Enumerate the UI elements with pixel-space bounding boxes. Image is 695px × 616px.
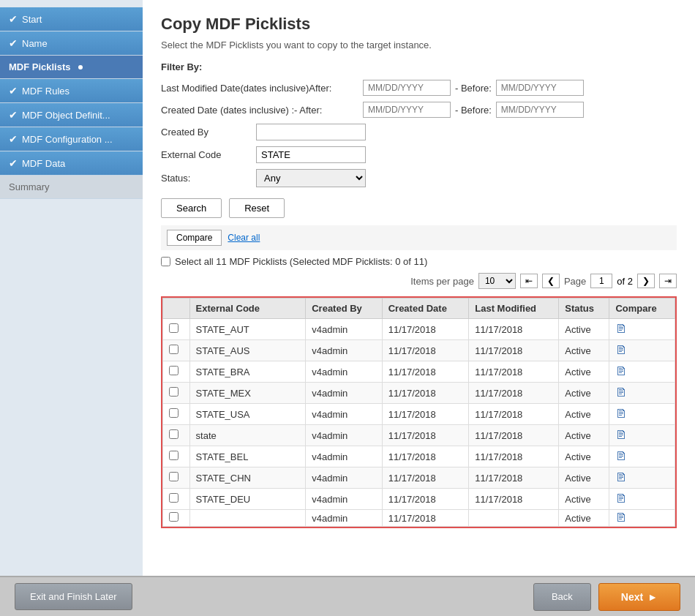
row-compare-cell: 🖹 (609, 489, 675, 510)
compare-copy-icon[interactable]: 🖹 (615, 492, 627, 505)
row-checkbox[interactable] (169, 387, 179, 397)
row-checkbox[interactable] (169, 366, 179, 375)
next-button[interactable]: Next ► (598, 583, 680, 611)
compare-copy-icon[interactable]: 🖹 (615, 471, 627, 484)
row-last-modified-partial (469, 510, 559, 527)
external-code-input[interactable] (256, 146, 366, 163)
main-container: ✔ Start ✔ Name MDF Picklists ✔ MDF Rules… (0, 0, 695, 616)
row-created-by: v4admin (306, 425, 382, 446)
compare-copy-icon[interactable]: 🖹 (615, 344, 627, 356)
compare-copy-icon[interactable]: 🖹 (615, 450, 627, 462)
compare-button[interactable]: Compare (167, 230, 222, 246)
select-all-checkbox[interactable] (161, 257, 170, 266)
sidebar-label-mdf-data: MDF Data (22, 158, 65, 169)
table-row-partial: v4admin 11/17/2018 Active 🖹 (163, 510, 675, 527)
sidebar-item-summary[interactable]: Summary (0, 176, 143, 199)
items-per-page-select[interactable]: 10 25 50 100 (478, 273, 516, 289)
back-button[interactable]: Back (533, 583, 591, 611)
col-last-modified[interactable]: Last Modified (469, 298, 559, 319)
sidebar-item-mdf-object-def[interactable]: ✔ MDF Object Definit... (0, 103, 143, 127)
table-row: STATE_AUS v4admin 11/17/2018 11/17/2018 … (163, 340, 675, 361)
last-modified-after-input[interactable] (363, 80, 451, 96)
row-compare-cell: 🖹 (609, 425, 675, 446)
sidebar-label-name: Name (22, 38, 48, 49)
row-checkbox-partial[interactable] (169, 512, 179, 522)
created-by-input[interactable] (256, 124, 366, 140)
sidebar-label-mdf-rules: MDF Rules (22, 86, 70, 97)
status-select[interactable]: Any Active Inactive (256, 169, 366, 187)
next-page-button[interactable]: ❯ (637, 274, 655, 288)
pagination-row: Items per page 10 25 50 100 ⇤ ❮ Page of … (161, 273, 677, 289)
row-status-partial: Active (559, 510, 609, 527)
col-status[interactable]: Status (559, 298, 609, 319)
row-checkbox[interactable] (169, 323, 179, 333)
bottom-bar: Exit and Finish Later Back Next ► (0, 576, 695, 616)
row-checkbox[interactable] (169, 472, 179, 481)
last-modified-before-input[interactable] (496, 80, 584, 96)
sidebar-item-mdf-rules[interactable]: ✔ MDF Rules (0, 79, 143, 103)
sidebar-item-mdf-picklists[interactable]: MDF Picklists (0, 56, 143, 79)
row-compare-cell: 🖹 (609, 319, 675, 340)
row-created-date: 11/17/2018 (382, 319, 469, 340)
filter-label: Filter By: (161, 61, 677, 72)
col-created-date[interactable]: Created Date (382, 298, 469, 319)
row-checkbox[interactable] (169, 429, 179, 439)
main-panel: Copy MDF Picklists Select the MDF Pickli… (143, 0, 695, 576)
compare-copy-icon-partial[interactable]: 🖹 (615, 511, 627, 524)
row-status: Active (559, 383, 609, 404)
of-label: of 2 (617, 276, 633, 287)
row-last-modified: 11/17/2018 (469, 425, 559, 446)
compare-copy-icon[interactable]: 🖹 (615, 429, 627, 441)
row-last-modified: 11/17/2018 (469, 383, 559, 404)
prev-page-button[interactable]: ❮ (542, 274, 560, 288)
sidebar-label-mdf-configuration: MDF Configuration ... (22, 134, 113, 145)
row-checkbox-cell-partial (163, 510, 190, 527)
page-input[interactable] (590, 274, 612, 288)
compare-copy-icon[interactable]: 🖹 (615, 386, 627, 399)
row-checkbox-cell (163, 489, 190, 510)
last-page-button[interactable]: ⇥ (659, 274, 677, 288)
sidebar-label-mdf-picklists: MDF Picklists (9, 61, 71, 72)
next-label: Next (621, 591, 643, 603)
row-checkbox-cell (163, 361, 190, 383)
table-header: External Code Created By Created Date La… (163, 298, 675, 319)
created-date-after-input[interactable] (363, 102, 451, 118)
table-row: STATE_BEL v4admin 11/17/2018 11/17/2018 … (163, 446, 675, 467)
compare-copy-icon[interactable]: 🖹 (615, 323, 627, 335)
external-code-label: External Code (161, 149, 249, 160)
row-checkbox[interactable] (169, 493, 179, 503)
row-status: Active (559, 361, 609, 383)
row-compare-cell: 🖹 (609, 446, 675, 467)
col-checkbox (163, 298, 190, 319)
sidebar-item-name[interactable]: ✔ Name (0, 31, 143, 56)
action-bar: Compare Clear all (161, 225, 677, 250)
row-external-code: STATE_BRA (189, 361, 306, 383)
row-created-date: 11/17/2018 (382, 404, 469, 425)
compare-copy-icon[interactable]: 🖹 (615, 365, 627, 378)
row-compare-cell: 🖹 (609, 404, 675, 425)
row-created-date: 11/17/2018 (382, 425, 469, 446)
exit-button[interactable]: Exit and Finish Later (15, 583, 132, 610)
page-label: Page (564, 276, 586, 287)
row-checkbox[interactable] (169, 451, 179, 460)
sidebar-item-mdf-configuration[interactable]: ✔ MDF Configuration ... (0, 127, 143, 151)
sidebar-item-mdf-data[interactable]: ✔ MDF Data (0, 151, 143, 176)
row-created-date: 11/17/2018 (382, 446, 469, 467)
compare-copy-icon[interactable]: 🖹 (615, 407, 627, 420)
col-compare[interactable]: Compare (609, 298, 675, 319)
row-status: Active (559, 467, 609, 489)
row-checkbox[interactable] (169, 408, 179, 418)
col-external-code[interactable]: External Code (189, 298, 306, 319)
search-button[interactable]: Search (161, 198, 222, 218)
row-checkbox[interactable] (169, 345, 179, 354)
created-date-before-input[interactable] (496, 102, 584, 118)
row-status: Active (559, 489, 609, 510)
last-modified-filter-row: Last Modified Date(dates inclusive)After… (161, 80, 677, 96)
row-compare-cell: 🖹 (609, 361, 675, 383)
reset-button[interactable]: Reset (229, 198, 285, 218)
col-created-by[interactable]: Created By (306, 298, 382, 319)
sidebar-item-start[interactable]: ✔ Start (0, 7, 143, 31)
clear-all-button[interactable]: Clear all (228, 230, 260, 246)
first-page-button[interactable]: ⇤ (520, 274, 538, 288)
row-checkbox-cell (163, 446, 190, 467)
